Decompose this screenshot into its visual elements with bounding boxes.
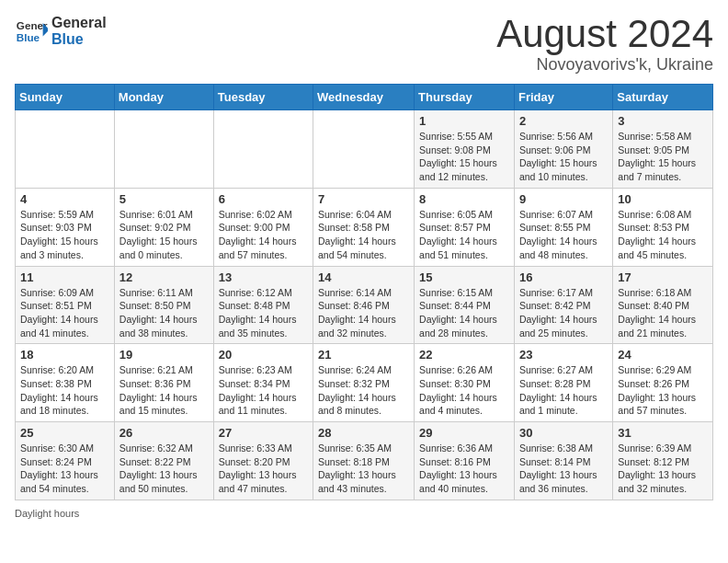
table-row: 18Sunrise: 6:20 AMSunset: 8:38 PMDayligh… — [16, 344, 115, 422]
day-info: Sunrise: 6:32 AMSunset: 8:22 PMDaylight:… — [119, 442, 209, 496]
page-header: General Blue General Blue August 2024 No… — [15, 15, 713, 75]
title-block: August 2024 Novoyavorivs'k, Ukraine — [496, 15, 713, 75]
day-info: Sunrise: 6:30 AMSunset: 8:24 PMDaylight:… — [20, 442, 109, 496]
table-row: 19Sunrise: 6:21 AMSunset: 8:36 PMDayligh… — [114, 344, 213, 422]
day-info: Sunrise: 6:26 AMSunset: 8:30 PMDaylight:… — [419, 363, 509, 418]
day-number: 25 — [20, 426, 109, 440]
weekday-header-friday: Friday — [514, 85, 612, 110]
weekday-header-thursday: Thursday — [415, 85, 515, 110]
table-row: 28Sunrise: 6:35 AMSunset: 8:18 PMDayligh… — [313, 422, 415, 500]
day-info: Sunrise: 6:27 AMSunset: 8:28 PMDaylight:… — [519, 363, 608, 418]
table-row — [313, 110, 415, 189]
logo-icon: General Blue — [15, 15, 48, 48]
day-number: 31 — [618, 426, 708, 440]
day-info: Sunrise: 6:18 AMSunset: 8:40 PMDaylight:… — [618, 286, 708, 340]
table-row — [213, 110, 313, 189]
table-row: 26Sunrise: 6:32 AMSunset: 8:22 PMDayligh… — [114, 422, 213, 500]
table-row: 31Sunrise: 6:39 AMSunset: 8:12 PMDayligh… — [613, 422, 713, 500]
daylight-label: Daylight hours — [15, 508, 79, 519]
table-row: 8Sunrise: 6:05 AMSunset: 8:57 PMDaylight… — [415, 188, 515, 266]
day-info: Sunrise: 6:02 AMSunset: 9:00 PMDaylight:… — [219, 208, 308, 262]
day-info: Sunrise: 6:01 AMSunset: 9:02 PMDaylight:… — [119, 208, 209, 262]
calendar-week-1: 1Sunrise: 5:55 AMSunset: 9:08 PMDaylight… — [16, 110, 713, 189]
table-row: 23Sunrise: 6:27 AMSunset: 8:28 PMDayligh… — [514, 344, 612, 422]
day-number: 28 — [318, 426, 409, 440]
logo: General Blue General Blue — [15, 15, 107, 48]
day-number: 21 — [318, 348, 409, 362]
calendar-week-4: 18Sunrise: 6:20 AMSunset: 8:38 PMDayligh… — [16, 344, 713, 422]
table-row: 9Sunrise: 6:07 AMSunset: 8:55 PMDaylight… — [514, 188, 612, 266]
table-row: 13Sunrise: 6:12 AMSunset: 8:48 PMDayligh… — [213, 266, 313, 344]
table-row: 20Sunrise: 6:23 AMSunset: 8:34 PMDayligh… — [213, 344, 313, 422]
table-row: 4Sunrise: 5:59 AMSunset: 9:03 PMDaylight… — [16, 188, 115, 266]
table-row: 3Sunrise: 5:58 AMSunset: 9:05 PMDaylight… — [613, 110, 713, 189]
table-row: 2Sunrise: 5:56 AMSunset: 9:06 PMDaylight… — [514, 110, 612, 189]
day-number: 24 — [618, 348, 708, 362]
day-number: 13 — [219, 270, 308, 284]
day-number: 30 — [519, 426, 608, 440]
weekday-header-saturday: Saturday — [613, 85, 713, 110]
table-row: 1Sunrise: 5:55 AMSunset: 9:08 PMDaylight… — [415, 110, 515, 189]
calendar-week-2: 4Sunrise: 5:59 AMSunset: 9:03 PMDaylight… — [16, 188, 713, 266]
day-number: 22 — [419, 348, 509, 362]
day-info: Sunrise: 5:59 AMSunset: 9:03 PMDaylight:… — [20, 208, 109, 262]
day-number: 2 — [519, 114, 608, 128]
day-number: 10 — [618, 192, 708, 206]
table-row: 16Sunrise: 6:17 AMSunset: 8:42 PMDayligh… — [514, 266, 612, 344]
day-number: 26 — [119, 426, 209, 440]
svg-text:Blue: Blue — [17, 31, 40, 43]
table-row: 10Sunrise: 6:08 AMSunset: 8:53 PMDayligh… — [613, 188, 713, 266]
table-row: 12Sunrise: 6:11 AMSunset: 8:50 PMDayligh… — [114, 266, 213, 344]
table-row — [16, 110, 115, 189]
day-number: 7 — [318, 192, 409, 206]
day-info: Sunrise: 6:24 AMSunset: 8:32 PMDaylight:… — [318, 363, 409, 418]
day-number: 6 — [219, 192, 308, 206]
title-location: Novoyavorivs'k, Ukraine — [496, 55, 713, 75]
day-info: Sunrise: 6:08 AMSunset: 8:53 PMDaylight:… — [618, 208, 708, 262]
weekday-header-sunday: Sunday — [16, 85, 115, 110]
weekday-header-wednesday: Wednesday — [313, 85, 415, 110]
day-number: 11 — [20, 270, 109, 284]
day-number: 17 — [618, 270, 708, 284]
weekday-header-tuesday: Tuesday — [213, 85, 313, 110]
title-month: August 2024 — [496, 15, 713, 53]
footer: Daylight hours — [15, 508, 713, 519]
day-number: 4 — [20, 192, 109, 206]
day-info: Sunrise: 6:15 AMSunset: 8:44 PMDaylight:… — [419, 286, 509, 340]
day-info: Sunrise: 6:12 AMSunset: 8:48 PMDaylight:… — [219, 286, 308, 340]
day-number: 5 — [119, 192, 209, 206]
calendar-body: 1Sunrise: 5:55 AMSunset: 9:08 PMDaylight… — [16, 110, 713, 500]
day-info: Sunrise: 6:11 AMSunset: 8:50 PMDaylight:… — [119, 286, 209, 340]
day-number: 18 — [20, 348, 109, 362]
calendar-week-3: 11Sunrise: 6:09 AMSunset: 8:51 PMDayligh… — [16, 266, 713, 344]
table-row: 25Sunrise: 6:30 AMSunset: 8:24 PMDayligh… — [16, 422, 115, 500]
day-number: 1 — [419, 114, 509, 128]
table-row: 27Sunrise: 6:33 AMSunset: 8:20 PMDayligh… — [213, 422, 313, 500]
day-info: Sunrise: 6:23 AMSunset: 8:34 PMDaylight:… — [219, 363, 308, 418]
day-info: Sunrise: 6:21 AMSunset: 8:36 PMDaylight:… — [119, 363, 209, 418]
table-row: 24Sunrise: 6:29 AMSunset: 8:26 PMDayligh… — [613, 344, 713, 422]
logo-general-text: General — [51, 15, 107, 31]
calendar-week-5: 25Sunrise: 6:30 AMSunset: 8:24 PMDayligh… — [16, 422, 713, 500]
calendar-header: SundayMondayTuesdayWednesdayThursdayFrid… — [16, 85, 713, 110]
day-info: Sunrise: 5:56 AMSunset: 9:06 PMDaylight:… — [519, 130, 608, 184]
day-info: Sunrise: 6:38 AMSunset: 8:14 PMDaylight:… — [519, 442, 608, 496]
day-info: Sunrise: 6:20 AMSunset: 8:38 PMDaylight:… — [20, 363, 109, 418]
day-number: 14 — [318, 270, 409, 284]
day-info: Sunrise: 5:55 AMSunset: 9:08 PMDaylight:… — [419, 130, 509, 184]
weekday-header-monday: Monday — [114, 85, 213, 110]
table-row: 6Sunrise: 6:02 AMSunset: 9:00 PMDaylight… — [213, 188, 313, 266]
day-number: 12 — [119, 270, 209, 284]
day-info: Sunrise: 6:09 AMSunset: 8:51 PMDaylight:… — [20, 286, 109, 340]
day-info: Sunrise: 6:14 AMSunset: 8:46 PMDaylight:… — [318, 286, 409, 340]
day-number: 20 — [219, 348, 308, 362]
logo-blue-text: Blue — [51, 31, 107, 48]
day-info: Sunrise: 6:05 AMSunset: 8:57 PMDaylight:… — [419, 208, 509, 262]
table-row: 22Sunrise: 6:26 AMSunset: 8:30 PMDayligh… — [415, 344, 515, 422]
day-info: Sunrise: 6:04 AMSunset: 8:58 PMDaylight:… — [318, 208, 409, 262]
table-row: 29Sunrise: 6:36 AMSunset: 8:16 PMDayligh… — [415, 422, 515, 500]
table-row: 30Sunrise: 6:38 AMSunset: 8:14 PMDayligh… — [514, 422, 612, 500]
day-number: 3 — [618, 114, 708, 128]
day-number: 16 — [519, 270, 608, 284]
day-number: 8 — [419, 192, 509, 206]
